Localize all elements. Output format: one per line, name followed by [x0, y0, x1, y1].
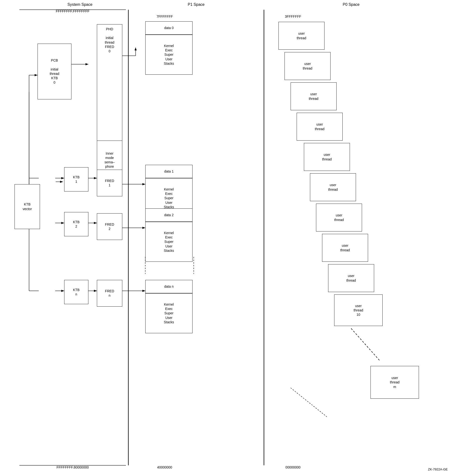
p0-space-label: P0 Space: [266, 2, 436, 7]
pcb-box: PCB initial thread KTB 0: [38, 44, 72, 99]
svg-line-34: [291, 388, 327, 417]
p0-addr-top: 3FFFFFFF: [269, 15, 317, 18]
user-thread-1-box: user thread: [278, 22, 325, 50]
ktb2-box: KTB 2: [64, 212, 88, 236]
stacks0-box: Kernel Exec Super User Stacks: [145, 35, 193, 75]
fred2-box: FRED 2: [97, 213, 122, 240]
user-thread-6-box: user thread: [310, 173, 356, 201]
watermark: ZK-7922A-GE: [428, 468, 448, 471]
stacksn-box: Kernel Exec Super User Stacks: [145, 293, 193, 333]
data2-box: data 2: [145, 209, 193, 222]
user-thread-9-box: user thread: [328, 264, 374, 292]
phd-box: PHD initial thread FRED 0: [97, 24, 122, 158]
user-thread-5-box: user thread: [304, 143, 350, 171]
sys-addr-bottom: FFFFFFFF.80000000: [24, 465, 121, 469]
ktb1-box: KTB 1: [64, 167, 88, 192]
sys-addr-top: FFFFFFFF.FFFFFFFF: [24, 9, 121, 13]
p1-addr-top: 7FFFFFFF: [140, 15, 189, 18]
user-thread-10-box: user thread 10: [334, 294, 382, 326]
svg-line-36: [351, 328, 380, 361]
stacks2-box: Kernel Exec Super User Stacks: [145, 222, 193, 262]
p1-addr-bottom: 40000000: [140, 465, 189, 469]
data1-box: data 1: [145, 165, 193, 178]
user-thread-4-box: user thread: [297, 113, 343, 141]
data0-box: data 0: [145, 21, 193, 35]
user-thread-7-box: user thread: [316, 204, 362, 232]
ktb-vector-box: KTB vector: [15, 184, 40, 229]
ktbn-box: KTB n: [64, 280, 88, 304]
user-thread-m-box: user thread m: [371, 366, 419, 399]
user-thread-8-box: user thread: [322, 234, 368, 262]
datan-box: data n: [145, 280, 193, 293]
fredn-box: FRED n: [97, 280, 122, 307]
p1-space-label: P1 Space: [138, 2, 254, 7]
user-thread-2-box: user thread: [284, 52, 331, 80]
p0-addr-bottom: 00000000: [269, 465, 317, 469]
diagram: System Space P1 Space P0 Space FFFFFFFF.…: [0, 0, 455, 476]
user-thread-3-box: user thread: [291, 82, 337, 110]
system-space-label: System Space: [36, 2, 123, 7]
fred1-box: FRED 1: [97, 170, 122, 196]
